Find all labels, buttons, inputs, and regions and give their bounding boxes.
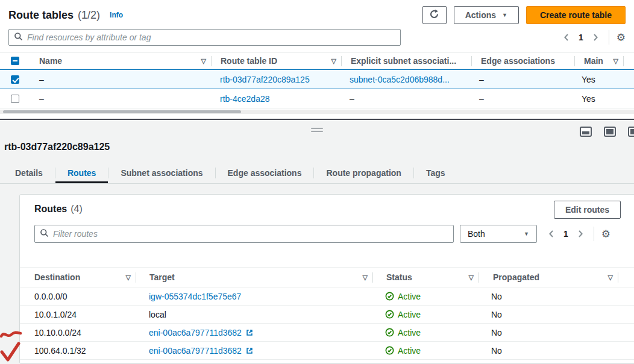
table-row[interactable]: – rtb-03d77af220c89a125 subnet-0ca5c2d06…	[0, 69, 634, 89]
route-table-id-link[interactable]: rtb-4ce2da28	[220, 94, 270, 104]
page-title: Route tables	[8, 9, 74, 22]
table-settings-gear-icon[interactable]: ⚙	[617, 33, 626, 43]
routes-filter-box[interactable]	[34, 225, 454, 243]
table-row[interactable]: – rtb-4ce2da28 – – Yes	[0, 89, 634, 108]
tab-edge-associations[interactable]: Edge associations	[216, 163, 314, 183]
status-active-icon	[385, 328, 394, 337]
subnet-association-link[interactable]: subnet-0ca5c2d06b988d...	[350, 75, 450, 84]
edge-association-cell: –	[470, 94, 573, 104]
column-header-propagated[interactable]: Propagated ▽	[479, 272, 618, 282]
scrollbar-thumb[interactable]	[3, 110, 241, 113]
top-pagination: 1 ⚙	[560, 30, 626, 45]
horizontal-scrollbar[interactable]	[0, 110, 634, 114]
propagated-cell: No	[477, 328, 616, 337]
route-row[interactable]: 100.64.0.1/32 eni-00ac6a797711d3682 Acti…	[20, 342, 634, 360]
route-row[interactable]: 10.10.0.0/24 eni-00ac6a797711d3682 Activ…	[20, 324, 634, 342]
routes-type-dropdown[interactable]: Both ▼	[460, 225, 537, 243]
main-cell: Yes	[573, 75, 621, 84]
sort-icon[interactable]: ▽	[198, 57, 206, 65]
split-detail-panel: rtb-03d77af220c89a125 Details Routes Sub…	[0, 120, 634, 364]
status-badge: Active	[385, 310, 421, 319]
external-link-icon[interactable]	[245, 328, 254, 337]
selection-count: (1/2)	[78, 9, 100, 22]
propagated-cell: No	[477, 292, 616, 301]
target-link[interactable]: eni-00ac6a797711d3682	[149, 346, 242, 356]
edit-routes-button[interactable]: Edit routes	[554, 201, 621, 219]
status-badge: Active	[385, 328, 421, 337]
split-panel-drag-handle[interactable]	[311, 128, 323, 134]
routes-title: Routes	[34, 204, 67, 215]
refresh-icon	[429, 9, 439, 21]
column-header-edge-associations[interactable]: Edge associations	[472, 56, 574, 66]
route-row[interactable]: 10.0.1.0/24 local Active No	[20, 306, 634, 324]
sort-icon[interactable]: ▽	[328, 57, 336, 65]
destination-cell: 10.0.1.0/24	[20, 310, 136, 319]
row-checkbox[interactable]	[11, 75, 19, 84]
info-link[interactable]: Info	[110, 11, 123, 19]
panel-position-full-icon[interactable]	[604, 127, 616, 137]
destination-cell: 0.0.0.0/0	[20, 292, 136, 301]
resource-search-input[interactable]	[27, 33, 395, 42]
routes-pagination-current-page[interactable]: 1	[557, 229, 574, 239]
column-header-name[interactable]: Name ▽	[30, 56, 211, 66]
sort-icon[interactable]: ▽	[604, 274, 613, 281]
main-cell: Yes	[573, 94, 621, 104]
column-header-route-table-id[interactable]: Route table ID ▽	[212, 56, 341, 66]
status-badge: Active	[385, 292, 421, 301]
create-label: Create route table	[540, 10, 612, 20]
routes-pagination-next-button[interactable]	[574, 228, 586, 240]
panel-position-bottom-icon[interactable]	[580, 127, 592, 137]
route-tables-table: Name ▽ Route table ID ▽ Explicit subnet …	[0, 52, 634, 108]
routes-pagination-previous-button[interactable]	[545, 228, 557, 240]
status-active-icon	[385, 310, 394, 319]
subnet-association-cell: –	[341, 94, 470, 104]
column-header-explicit-subnet[interactable]: Explicit subnet associati...	[342, 56, 471, 66]
column-header-destination[interactable]: Destination ▽	[20, 272, 136, 282]
tab-subnet-associations[interactable]: Subnet associations	[108, 163, 215, 183]
route-tables-section: Route tables (1/2) Info Actions ▼ Create…	[0, 0, 634, 120]
resource-search-box[interactable]	[8, 29, 401, 46]
refresh-button[interactable]	[422, 6, 447, 24]
route-row[interactable]: 0.0.0.0/0 igw-055374dc1f5e75e67 Active N…	[20, 287, 634, 306]
route-table-id-link[interactable]: rtb-03d77af220c89a125	[220, 75, 310, 84]
routes-card: Routes (4) Edit routes Both ▼ 1	[19, 194, 634, 364]
actions-label: Actions	[465, 10, 496, 20]
target-cell: local	[136, 310, 372, 319]
column-header-status[interactable]: Status ▽	[373, 272, 479, 282]
pagination-previous-button[interactable]	[560, 31, 573, 43]
select-all-checkbox[interactable]	[11, 57, 19, 65]
column-header-main[interactable]: Main ▽	[575, 56, 623, 66]
propagated-cell: No	[477, 346, 616, 356]
caret-down-icon: ▼	[524, 231, 529, 237]
sort-icon[interactable]: ▽	[465, 274, 474, 281]
sort-icon[interactable]: ▽	[610, 57, 618, 65]
status-active-icon	[385, 292, 394, 301]
sort-icon[interactable]: ▽	[122, 274, 131, 281]
column-header-target[interactable]: Target ▽	[136, 272, 372, 282]
target-link[interactable]: eni-00ac6a797711d3682	[149, 328, 242, 337]
routes-filter-input[interactable]	[53, 229, 448, 239]
pagination-current-page[interactable]: 1	[573, 33, 589, 42]
caret-down-icon: ▼	[502, 12, 507, 18]
tab-tags[interactable]: Tags	[414, 163, 457, 183]
divider	[594, 227, 594, 241]
detail-panel-title: rtb-03d77af220c89a125	[4, 142, 110, 152]
target-link[interactable]: igw-055374dc1f5e75e67	[149, 292, 241, 301]
pagination-next-button[interactable]	[589, 31, 601, 43]
create-route-table-button[interactable]: Create route table	[526, 6, 626, 24]
search-icon	[14, 32, 23, 43]
routes-count: (4)	[71, 204, 83, 215]
actions-button[interactable]: Actions ▼	[454, 6, 519, 24]
status-badge: Active	[385, 346, 421, 356]
tab-details[interactable]: Details	[3, 163, 55, 183]
panel-position-side-icon[interactable]	[628, 127, 634, 137]
tab-routes[interactable]: Routes	[55, 163, 108, 183]
name-cell: –	[30, 94, 211, 104]
detail-tabs: Details Routes Subnet associations Edge …	[0, 163, 634, 184]
tab-route-propagation[interactable]: Route propagation	[314, 163, 413, 183]
external-link-icon[interactable]	[245, 347, 254, 355]
row-checkbox[interactable]	[11, 95, 19, 103]
routes-table: Destination ▽ Target ▽ Status ▽ Propagat…	[20, 267, 634, 360]
sort-icon[interactable]: ▽	[359, 274, 368, 281]
routes-settings-gear-icon[interactable]: ⚙	[601, 229, 610, 239]
